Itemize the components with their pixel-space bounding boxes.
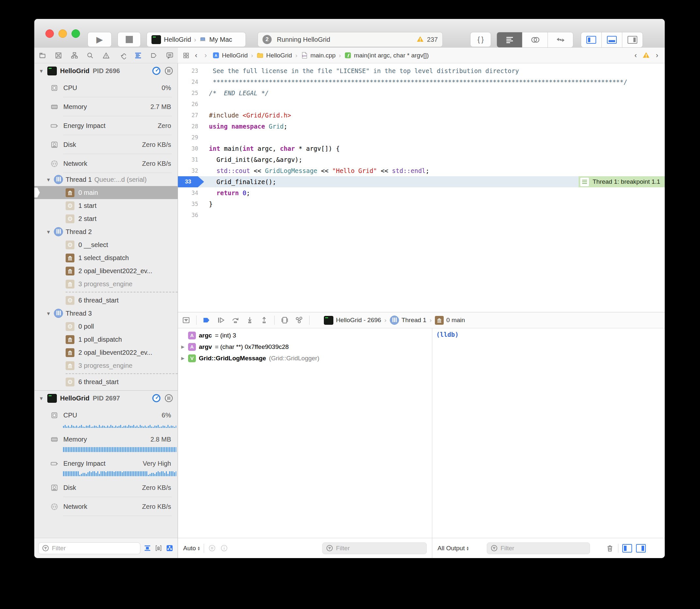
code-line[interactable]: 24 *************************************… (178, 76, 665, 87)
disclosure-triangle-icon[interactable]: ▼ (39, 396, 44, 401)
test-navigator-icon[interactable] (118, 51, 126, 60)
stack-frame-row[interactable]: 3 progress_engine (34, 277, 177, 291)
breadcrumb-item[interactable]: Thread 1 (390, 316, 426, 325)
line-number[interactable]: 31 (178, 154, 198, 165)
breadcrumb-item[interactable]: AHelloGrid (212, 52, 248, 59)
stack-frame-row[interactable]: 2 opal_libevent2022_ev... (34, 264, 177, 277)
variable-row[interactable]: ▶Aargv= (char **) 0x7ffee9039c28 (178, 341, 432, 352)
gauge-row-network[interactable]: NetworkZero KB/s (34, 154, 177, 173)
code-line[interactable]: 32 std::cout << GridLogMessage << "Hello… (178, 165, 665, 176)
line-number[interactable]: 28 (178, 121, 198, 132)
memory-graph-button[interactable] (295, 316, 303, 325)
disclosure-triangle-icon[interactable]: ▶ (181, 356, 185, 361)
gauge-row-memory[interactable]: Memory2.8 MB (34, 430, 177, 449)
stack-frame-row[interactable]: ⚙0 __select (34, 238, 177, 251)
stack-frame-row[interactable]: 2 opal_libevent2022_ev... (34, 346, 177, 359)
debug-navigator-icon[interactable] (134, 51, 142, 60)
issue-navigator-icon[interactable] (102, 51, 110, 60)
standard-editor-button[interactable] (497, 32, 523, 47)
breakpoint-navigator-icon[interactable] (150, 51, 158, 60)
show-variables-view-toggle[interactable] (622, 544, 632, 553)
stack-frame-row[interactable]: ⚙6 thread_start (34, 375, 177, 388)
process-row[interactable]: ▼HelloGridPID 2697 (34, 391, 177, 406)
stack-frame-row[interactable]: ⚙0 poll (34, 320, 177, 333)
code-line[interactable]: 30int main(int argc, char * argv[]) { (178, 143, 665, 154)
variable-row[interactable]: Aargc= (int) 3 (178, 330, 432, 341)
forward-button[interactable]: › (202, 51, 209, 60)
code-line[interactable]: 25/* END LEGAL */ (178, 87, 665, 99)
minimize-window-button[interactable] (58, 29, 67, 38)
symbol-navigator-icon[interactable] (70, 51, 79, 60)
find-navigator-icon[interactable] (86, 51, 95, 60)
continue-button[interactable] (217, 316, 225, 325)
process-row[interactable]: ▼HelloGridPID 2696 (34, 63, 177, 78)
show-crashed-threads-toggle[interactable] (143, 544, 152, 553)
line-number[interactable]: 32 (178, 165, 198, 176)
view-hierarchy-button[interactable] (280, 316, 289, 325)
source-editor[interactable]: 23 See the full license in the file "LIC… (178, 63, 665, 314)
stack-frame-row[interactable]: ⚙2 start (34, 212, 177, 225)
gauge-row-disk[interactable]: DiskZero KB/s (34, 135, 177, 154)
line-number[interactable]: 34 (178, 187, 198, 198)
zoom-window-button[interactable] (71, 29, 80, 38)
profile-in-instruments-button[interactable] (152, 394, 160, 402)
line-number[interactable]: 36 (178, 210, 198, 221)
console-filter-field[interactable]: Filter (487, 542, 590, 554)
step-over-button[interactable] (231, 316, 240, 325)
line-number[interactable]: 25 (178, 87, 198, 99)
line-number[interactable]: 29 (178, 132, 198, 143)
code-line[interactable]: 31 Grid_init(&argc,&argv); (178, 154, 665, 165)
stack-frame-row[interactable]: 0 main (34, 186, 177, 199)
breadcrumb-item[interactable]: 0 main (435, 316, 465, 325)
show-running-blocks-toggle[interactable] (165, 544, 174, 553)
variables-filter-field[interactable]: Filter (322, 542, 427, 554)
next-issue-button[interactable]: › (654, 51, 660, 60)
print-description-icon[interactable] (220, 544, 228, 552)
stack-frame-row[interactable]: ⚙1 start (34, 199, 177, 212)
thread-row[interactable]: ▼Thread 1Queue:...d (serial) (34, 173, 177, 186)
gauge-row-energy-impact[interactable]: Energy ImpactZero (34, 116, 177, 135)
profile-in-instruments-button[interactable] (152, 67, 160, 75)
disclosure-triangle-icon[interactable]: ▼ (46, 177, 51, 182)
code-line[interactable]: 23 See the full license in the file "LIC… (178, 65, 665, 76)
stack-frame-row[interactable]: 3 progress_engine (34, 359, 177, 372)
quicklook-icon[interactable] (208, 544, 216, 552)
pause-process-button[interactable] (165, 67, 173, 75)
disclosure-triangle-icon[interactable]: ▼ (39, 68, 44, 74)
code-line[interactable]: 36 (178, 210, 665, 221)
breakpoint-annotation[interactable]: Thread 1: breakpoint 1.1 (579, 176, 665, 187)
gauge-row-memory[interactable]: Memory2.7 MB (34, 97, 177, 116)
code-line[interactable]: 28using namespace Grid; (178, 121, 665, 132)
activity-status-bar[interactable]: 2 Running HelloGrid 237 (258, 32, 443, 47)
previous-issue-button[interactable]: ‹ (632, 51, 638, 60)
thread-row[interactable]: ▼Thread 2 (34, 225, 177, 238)
close-window-button[interactable] (45, 29, 54, 38)
disclosure-triangle-icon[interactable]: ▶ (181, 344, 185, 349)
step-into-button[interactable] (245, 316, 254, 325)
warning-count[interactable]: 237 (416, 35, 438, 44)
show-console-toggle[interactable] (636, 544, 646, 553)
source-control-navigator-icon[interactable] (54, 51, 63, 60)
back-button[interactable]: ‹ (193, 51, 199, 60)
breadcrumb-item[interactable]: fmain(int argc, char * argv[]) (344, 52, 429, 59)
stack-frame-row[interactable]: 1 select_dispatch (34, 251, 177, 264)
thread-row[interactable]: ▼Thread 3 (34, 307, 177, 320)
gauge-row-network[interactable]: NetworkZero KB/s (34, 497, 177, 516)
scheme-selector[interactable]: HelloGrid › My Mac (147, 32, 246, 47)
report-navigator-icon[interactable] (166, 51, 174, 60)
line-number[interactable]: 23 (178, 65, 198, 76)
line-number[interactable]: 27 (178, 110, 198, 121)
stack-frame-row[interactable]: 1 poll_dispatch (34, 333, 177, 346)
gauge-row-cpu[interactable]: CPU0% (34, 78, 177, 97)
project-navigator-icon[interactable] (38, 51, 47, 60)
related-items-icon[interactable] (183, 52, 190, 59)
stack-frame-row[interactable]: ⚙6 thread_start (34, 294, 177, 307)
inspector-panel-toggle[interactable] (622, 32, 643, 47)
navigator-filter-field[interactable]: Filter (38, 542, 140, 554)
code-line[interactable]: 27#include <Grid/Grid.h> (178, 110, 665, 121)
disclosure-triangle-icon[interactable]: ▼ (46, 311, 51, 316)
show-frames-with-source-toggle[interactable] (154, 544, 163, 553)
breakpoints-enabled-button[interactable] (202, 316, 211, 325)
stop-button[interactable] (118, 32, 141, 47)
clear-console-button[interactable] (605, 544, 614, 553)
